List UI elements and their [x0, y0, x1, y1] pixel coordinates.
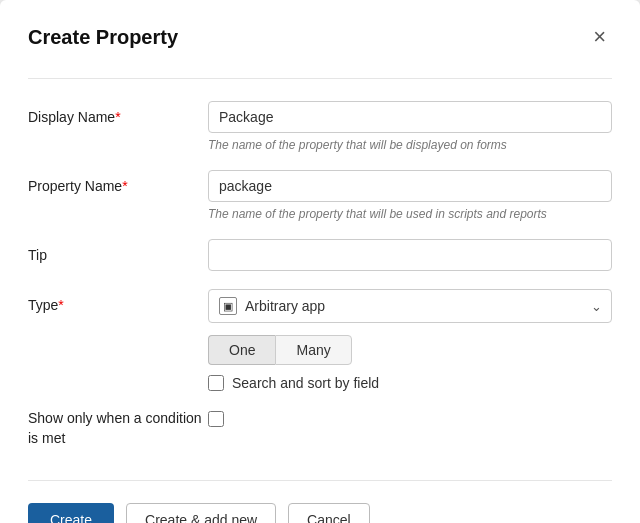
one-toggle-button[interactable]: One: [208, 335, 275, 365]
tip-label: Tip: [28, 239, 208, 263]
modal-title: Create Property: [28, 26, 178, 49]
type-row: Type* ▣ Arbitrary app ⌄ One Many Search …: [28, 289, 612, 391]
search-sort-label: Search and sort by field: [232, 375, 379, 391]
type-selected-value: Arbitrary app: [245, 298, 325, 314]
condition-checkbox-wrap: [208, 409, 612, 427]
tip-input[interactable]: [208, 239, 612, 271]
condition-label: Show only when a condition is met: [28, 409, 208, 448]
cancel-button[interactable]: Cancel: [288, 503, 370, 523]
header-divider: [28, 78, 612, 79]
display-name-wrap: The name of the property that will be di…: [208, 101, 612, 152]
type-required: *: [58, 297, 63, 313]
one-many-toggle-group: One Many: [208, 335, 612, 365]
property-name-hint: The name of the property that will be us…: [208, 207, 612, 221]
condition-row: Show only when a condition is met: [28, 409, 612, 448]
footer-buttons: Create Create & add new Cancel: [28, 503, 612, 523]
property-name-input[interactable]: [208, 170, 612, 202]
tip-row: Tip: [28, 239, 612, 271]
type-select-wrapper: ▣ Arbitrary app ⌄: [208, 289, 612, 323]
condition-checkbox[interactable]: [208, 411, 224, 427]
display-name-required: *: [115, 109, 120, 125]
type-label: Type*: [28, 289, 208, 313]
create-button[interactable]: Create: [28, 503, 114, 523]
display-name-label: Display Name*: [28, 101, 208, 125]
type-icon: ▣: [219, 297, 237, 315]
property-name-wrap: The name of the property that will be us…: [208, 170, 612, 221]
display-name-row: Display Name* The name of the property t…: [28, 101, 612, 152]
property-name-required: *: [122, 178, 127, 194]
create-property-modal: Create Property × Display Name* The name…: [0, 0, 640, 523]
display-name-input[interactable]: [208, 101, 612, 133]
property-name-row: Property Name* The name of the property …: [28, 170, 612, 221]
type-wrap: ▣ Arbitrary app ⌄ One Many Search and so…: [208, 289, 612, 391]
close-button[interactable]: ×: [587, 24, 612, 50]
modal-header: Create Property ×: [28, 24, 612, 50]
tip-wrap: [208, 239, 612, 271]
search-sort-checkbox[interactable]: [208, 375, 224, 391]
search-sort-row: Search and sort by field: [208, 375, 612, 391]
display-name-hint: The name of the property that will be di…: [208, 138, 612, 152]
create-add-new-button[interactable]: Create & add new: [126, 503, 276, 523]
footer-divider: [28, 480, 612, 481]
property-name-label: Property Name*: [28, 170, 208, 194]
type-select[interactable]: ▣ Arbitrary app: [208, 289, 612, 323]
many-toggle-button[interactable]: Many: [275, 335, 351, 365]
